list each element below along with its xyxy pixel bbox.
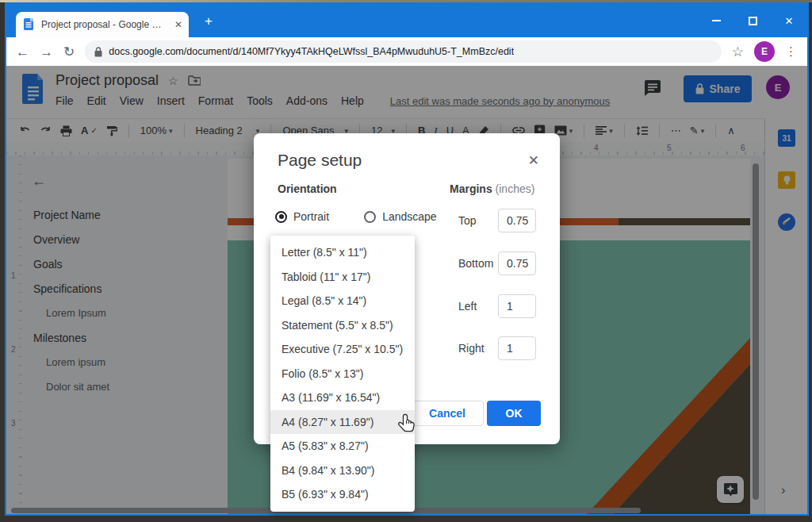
url-text: docs.google.com/document/d/140Mf7Ykyy4TA…	[109, 46, 514, 57]
paper-size-option[interactable]: A5 (5.83" x 8.27")	[270, 434, 415, 459]
paper-size-dropdown: Letter (8.5" x 11") Tabloid (11" x 17") …	[270, 236, 415, 512]
cancel-button[interactable]: Cancel	[411, 401, 484, 426]
ok-button[interactable]: OK	[487, 401, 541, 426]
margin-left-input[interactable]	[498, 294, 536, 318]
paper-size-option[interactable]: Executive (7.25" x 10.5")	[270, 337, 415, 362]
paper-size-option[interactable]: Folio (8.5" x 13")	[270, 362, 415, 386]
window-minimize-button[interactable]	[698, 4, 734, 37]
paper-size-option[interactable]: Letter (8.5" x 11")	[270, 240, 415, 265]
browser-addressbar: ← → ↻ docs.google.com/document/d/140Mf7Y…	[6, 37, 807, 66]
orientation-label: Orientation	[278, 182, 337, 195]
paper-size-option-highlighted[interactable]: A4 (8.27" x 11.69")	[270, 410, 415, 435]
paper-size-option[interactable]: Tabloid (11" x 17")	[270, 265, 415, 290]
margin-top-label: Top	[458, 214, 498, 227]
window-maximize-button[interactable]	[734, 4, 771, 37]
tab-close-icon[interactable]: ✕	[174, 20, 182, 29]
landscape-radio[interactable]	[364, 211, 376, 223]
docs-favicon	[24, 18, 35, 31]
paper-size-option[interactable]: Statement (5.5" x 8.5")	[270, 313, 415, 338]
screen: Project proposal - Google Docs ✕ + ✕ ← →…	[0, 0, 812, 522]
bookmark-star-icon[interactable]: ☆	[732, 45, 744, 59]
lock-icon	[94, 47, 102, 57]
refresh-icon[interactable]: ↻	[63, 45, 75, 59]
margin-bottom-label: Bottom	[458, 257, 498, 270]
browser-profile-avatar[interactable]: E	[754, 41, 775, 62]
paper-size-option[interactable]: A3 (11.69" x 16.54")	[270, 386, 415, 410]
margin-right-label: Right	[458, 342, 498, 355]
forward-icon[interactable]: →	[40, 45, 53, 59]
margins-label: Margins (inches)	[450, 182, 534, 195]
dialog-title: Page setup	[278, 151, 362, 170]
paper-size-option[interactable]: B5 (6.93" x 9.84")	[270, 482, 415, 507]
new-tab-button[interactable]: +	[205, 13, 213, 29]
portrait-label[interactable]: Portrait	[293, 210, 329, 223]
paper-size-option[interactable]: B4 (9.84" x 13.90")	[270, 459, 415, 483]
url-bar[interactable]: docs.google.com/document/d/140Mf7Ykyy4TA…	[85, 40, 722, 63]
tab-title: Project proposal - Google Docs	[41, 19, 168, 30]
browser-tab[interactable]: Project proposal - Google Docs ✕	[16, 12, 189, 37]
back-icon[interactable]: ←	[16, 45, 29, 59]
mouse-cursor	[397, 413, 416, 436]
margin-left-label: Left	[458, 300, 498, 313]
margin-right-input[interactable]	[498, 336, 536, 360]
window-close-button[interactable]: ✕	[771, 4, 807, 37]
dialog-close-icon[interactable]: ✕	[528, 152, 539, 169]
margin-top-input[interactable]	[498, 209, 536, 232]
portrait-radio[interactable]	[275, 211, 287, 223]
browser-menu-icon[interactable]: ⋮	[785, 44, 798, 59]
margin-bottom-input[interactable]	[498, 251, 536, 275]
paper-size-option[interactable]: Legal (8.5" x 14")	[270, 289, 415, 313]
landscape-label[interactable]: Landscape	[382, 210, 437, 223]
browser-titlebar: Project proposal - Google Docs ✕ + ✕	[6, 4, 807, 37]
